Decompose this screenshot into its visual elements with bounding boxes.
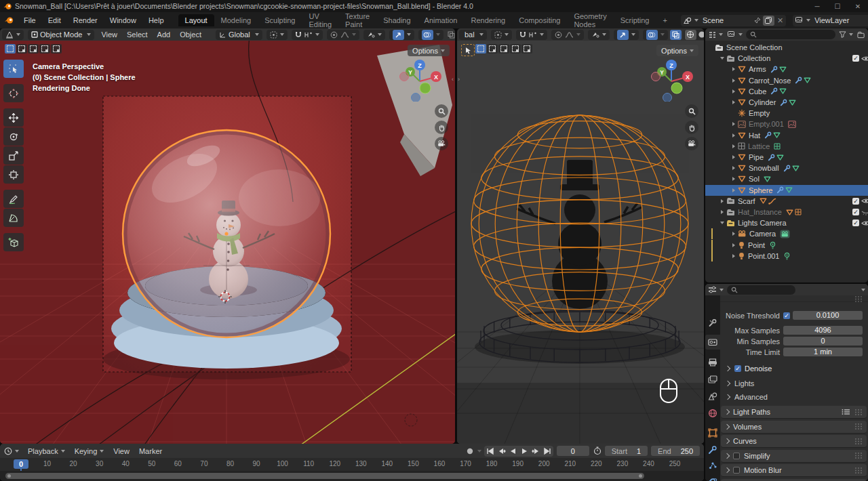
select-mode-intersect[interactable] [51, 44, 62, 54]
select-mode-invert[interactable] [510, 44, 521, 54]
proportional-editing-controls[interactable] [327, 30, 359, 40]
expand-arrow-icon[interactable] [732, 166, 735, 170]
denoise-checkbox[interactable]: ✓ [734, 365, 741, 372]
tool-measure-button[interactable] [3, 209, 24, 227]
new-collection-icon[interactable] [857, 31, 865, 39]
timeline-ruler[interactable]: 0102030405060708090100110120130140150160… [0, 458, 704, 471]
expand-arrow-icon[interactable] [732, 232, 735, 236]
panel-simplify[interactable]: Simplify [721, 450, 867, 463]
outliner-row[interactable]: Cube [705, 86, 868, 97]
properties-options-caret[interactable] [861, 289, 865, 291]
drag-dots-icon[interactable] [854, 467, 863, 474]
proportional-editing-controls[interactable] [551, 30, 584, 40]
xray-toggle[interactable] [670, 30, 682, 40]
timeline-menu-view[interactable]: View [108, 447, 134, 455]
select-mode-intersect[interactable] [521, 44, 532, 54]
outliner-row[interactable]: Snowball [705, 163, 868, 173]
pan-hand-icon[interactable] [685, 121, 698, 134]
hide-eye-toggle[interactable] [861, 198, 868, 204]
expand-arrow-icon[interactable] [732, 100, 735, 104]
snapping-controls[interactable] [516, 30, 547, 40]
tool-rotate-button[interactable] [3, 127, 24, 146]
workspace-tab-compositing[interactable]: Compositing [512, 14, 567, 26]
expand-arrow-icon[interactable] [732, 254, 735, 258]
outliner-search-input[interactable] [746, 30, 835, 39]
timeline-menu-playback[interactable]: Playback [23, 447, 70, 455]
tool-select-box-button[interactable] [3, 60, 24, 78]
filter-icon[interactable] [839, 31, 846, 38]
close-button[interactable]: ✕ [848, 3, 868, 10]
viewport-menu-select[interactable]: Select [122, 30, 153, 39]
panel-checkbox[interactable] [733, 453, 740, 459]
pan-hand-icon[interactable] [435, 121, 448, 134]
playhead[interactable]: 0 [14, 459, 28, 469]
expand-arrow-icon[interactable] [732, 133, 735, 138]
play-reverse-button[interactable] [507, 446, 519, 457]
viewport-menu-object[interactable]: Object [175, 30, 206, 39]
expand-arrow-icon[interactable] [732, 122, 735, 126]
outliner-row[interactable]: Hat [705, 130, 868, 141]
panel-curves[interactable]: Curves [721, 435, 867, 448]
outliner-row[interactable]: Arms [705, 64, 868, 75]
outliner-row[interactable]: Cylinder [705, 97, 868, 108]
expand-arrow-icon[interactable] [732, 243, 735, 247]
workspace-tab-layout[interactable]: Layout [178, 14, 214, 26]
drag-dots-icon[interactable] [854, 296, 863, 302]
xray-toggle[interactable] [446, 30, 455, 40]
tool-options-button[interactable]: Options [656, 45, 698, 56]
viewport-3d-rendered[interactable]: Camera Perspective(0) Scene Collection |… [0, 41, 455, 444]
tool-options-button[interactable]: Options [408, 45, 450, 56]
expand-arrow-icon[interactable] [732, 89, 735, 93]
pin-icon[interactable] [754, 17, 761, 24]
tool-annotate-button[interactable] [3, 190, 24, 208]
outliner-row[interactable]: Scene Collection [705, 42, 868, 53]
timeline-menu-keying[interactable]: Keying [70, 447, 109, 455]
tool-move-button[interactable] [3, 108, 24, 127]
sidebar-toggle-icon[interactable]: ‹ [452, 76, 454, 83]
stopwatch-icon[interactable] [593, 446, 601, 455]
object-visibility-dropdown[interactable] [363, 30, 385, 40]
panel-light-paths[interactable]: Light Paths [721, 406, 867, 419]
outliner-row[interactable]: Hat_Instance✓ [705, 207, 868, 217]
subsection-advanced[interactable]: Advanced [720, 392, 868, 402]
panel-film[interactable]: Film [721, 479, 867, 481]
camera-view-icon[interactable] [685, 137, 698, 150]
orientation-dropdown-clipped[interactable]: bal [459, 30, 487, 40]
tool-add-cube-button[interactable] [3, 233, 24, 251]
workspace-tab-rendering[interactable]: Rendering [464, 14, 512, 26]
outliner-row[interactable]: Lattice [705, 141, 868, 152]
outliner-row[interactable]: Carrot_Nose [705, 75, 868, 86]
workspace-tab-uv-editing[interactable]: UV Editing [302, 10, 338, 30]
glass-sphere[interactable] [123, 130, 330, 337]
workspace-tab-scripting[interactable]: Scripting [614, 14, 656, 26]
expand-arrow-icon[interactable] [732, 177, 735, 181]
navigation-gizmo[interactable]: ZYX [651, 58, 694, 102]
outliner-row[interactable]: Sphere [705, 185, 868, 196]
menu-help[interactable]: Help [142, 16, 170, 24]
object-visibility-dropdown[interactable] [588, 30, 610, 40]
end-frame-field[interactable]: End250 [651, 446, 700, 456]
scene-selector[interactable]: Scene ✕ [681, 15, 786, 26]
viewlayer-selector[interactable]: ViewLayer ✕ [793, 15, 868, 26]
hide-eye-toggle[interactable] [861, 220, 868, 226]
outliner-row[interactable]: Collection✓ [705, 53, 868, 64]
active-tool-indicator[interactable] [461, 44, 475, 56]
viewport-3d-wireframe[interactable]: Options ZYX › [457, 41, 704, 444]
panel-motion-blur[interactable]: Motion Blur [721, 464, 867, 477]
outliner-editor-icon[interactable] [708, 31, 716, 39]
outliner-row[interactable]: Empty [705, 108, 868, 119]
select-mode-extend[interactable] [487, 44, 498, 54]
expand-arrow-icon[interactable] [720, 57, 724, 60]
workspace-tab-geometry-nodes[interactable]: Geometry Nodes [567, 10, 613, 30]
overlays-toggle[interactable] [643, 30, 668, 40]
play-button[interactable] [519, 446, 530, 457]
workspace-tab-shading[interactable]: Shading [376, 14, 417, 26]
render-checkbox[interactable]: ✓ [852, 209, 859, 215]
outliner-row[interactable]: Camera [705, 228, 868, 239]
drag-dots-icon[interactable] [854, 453, 863, 459]
pivot-point-dropdown[interactable] [491, 30, 512, 40]
workspace-tab-texture-paint[interactable]: Texture Paint [338, 10, 376, 30]
outliner-row[interactable]: Pipe [705, 152, 868, 163]
current-frame-field[interactable]: 0 [557, 446, 589, 456]
expand-arrow-icon[interactable] [732, 144, 735, 148]
